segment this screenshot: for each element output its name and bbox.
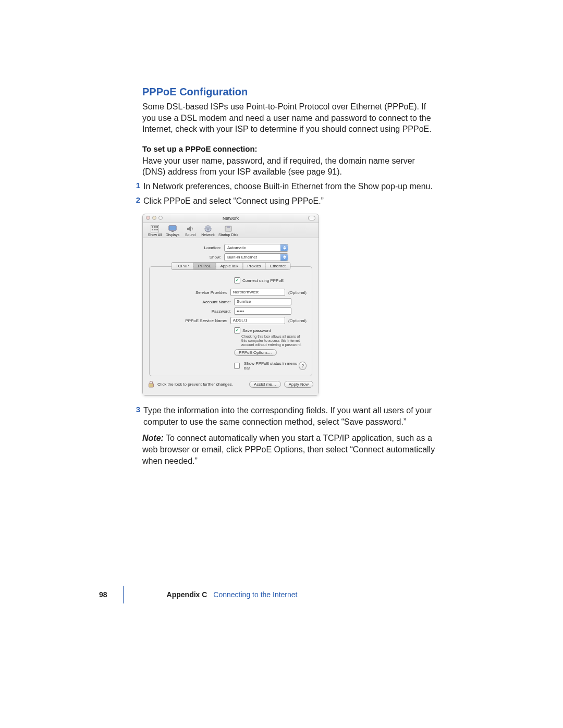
prep-paragraph: Have your user name, password, and if re…	[142, 155, 435, 178]
toolbar-toggle-icon[interactable]	[308, 216, 315, 220]
svg-rect-4	[152, 229, 153, 230]
step-number: 2	[131, 195, 140, 204]
password-label: Password:	[155, 309, 234, 314]
save-password-hint: Checking this box allows all users of th…	[241, 335, 307, 347]
show-value: Built-in Ethernet	[227, 255, 257, 260]
display-icon	[168, 225, 177, 232]
minimize-icon[interactable]	[152, 216, 156, 220]
pppoe-service-label: PPPoE Service Name:	[155, 318, 230, 323]
svg-rect-2	[154, 226, 156, 228]
location-value: Automatic	[227, 245, 246, 250]
network-prefs-screenshot: Network Show All Displays	[142, 214, 319, 396]
svg-marker-9	[187, 226, 191, 231]
step-number: 1	[131, 181, 140, 190]
step-1: 1 In Network preferences, choose Built-i…	[131, 181, 435, 192]
svg-rect-7	[169, 226, 176, 230]
service-provider-field[interactable]: NorthernWest	[230, 289, 285, 296]
lock-icon[interactable]	[148, 380, 154, 388]
step-3: 3 Type the information into the correspo…	[131, 405, 435, 427]
apply-now-button[interactable]: Apply Now	[284, 381, 313, 388]
toolbar-label: Sound	[185, 233, 195, 237]
section-title: PPPoE Configuration	[142, 86, 435, 98]
grid-icon	[150, 225, 160, 232]
network-tabs: TCP/IP PPPoE AppleTalk Proxies Ethernet	[171, 262, 290, 270]
step-text: Click PPPoE and select “Connect using PP…	[143, 195, 435, 207]
account-name-field[interactable]: Sunrise	[234, 298, 291, 305]
pppoe-service-field[interactable]: ADSL/1	[230, 317, 285, 324]
location-popup[interactable]: Automatic	[224, 244, 288, 252]
step-number: 3	[131, 405, 140, 414]
lock-text: Click the lock to prevent further change…	[157, 382, 233, 387]
pppoe-options-button[interactable]: PPPoE Options…	[234, 349, 277, 356]
page-number: 98	[99, 590, 107, 599]
toolbar-sound[interactable]: Sound	[181, 225, 199, 237]
tab-pppoe[interactable]: PPPoE	[193, 262, 216, 270]
svg-rect-5	[154, 229, 156, 230]
save-password-checkbox[interactable]	[234, 327, 240, 334]
toolbar-label: Show All	[148, 233, 162, 237]
prefs-toolbar: Show All Displays Sound	[143, 223, 319, 238]
appendix-title: Connecting to the Internet	[213, 590, 297, 599]
show-label: Show:	[143, 255, 224, 260]
show-status-checkbox[interactable]	[234, 363, 240, 369]
globe-icon	[203, 225, 213, 232]
step-text: In Network preferences, choose Built-in …	[143, 181, 435, 192]
optional-note: (Optional)	[288, 290, 307, 295]
assist-me-button[interactable]: Assist me…	[249, 381, 281, 388]
disk-icon	[224, 225, 233, 232]
svg-rect-13	[149, 384, 154, 387]
show-popup[interactable]: Built-in Ethernet	[224, 253, 288, 261]
save-password-label: Save password	[242, 328, 271, 333]
tab-ethernet[interactable]: Ethernet	[265, 262, 290, 270]
note-label: Note:	[142, 434, 164, 442]
zoom-icon[interactable]	[158, 216, 163, 220]
toolbar-network[interactable]: Network	[199, 225, 217, 237]
toolbar-label: Displays	[166, 233, 179, 237]
service-provider-label: Service Provider:	[155, 290, 230, 295]
speaker-icon	[186, 225, 195, 232]
intro-paragraph: Some DSL-based ISPs use Point-to-Point P…	[142, 101, 435, 135]
tab-tcpip[interactable]: TCP/IP	[171, 262, 193, 270]
svg-rect-1	[152, 226, 153, 228]
account-name-label: Account Name:	[155, 300, 234, 304]
location-label: Location:	[143, 245, 224, 250]
step-2: 2 Click PPPoE and select “Connect using …	[131, 195, 435, 207]
window-title: Network	[223, 216, 239, 221]
step-text: Type the information into the correspond…	[143, 405, 435, 427]
subhead: To set up a PPPoE connection:	[142, 144, 435, 153]
connect-pppoe-checkbox[interactable]	[234, 277, 240, 283]
svg-rect-8	[172, 231, 174, 232]
note-text: To connect automatically when you start …	[142, 434, 435, 465]
toolbar-label: Startup Disk	[218, 233, 238, 237]
connect-pppoe-label: Connect using PPPoE	[242, 278, 284, 283]
chevron-updown-icon	[280, 254, 288, 261]
appendix-label: Appendix C	[167, 590, 207, 599]
toolbar-displays[interactable]: Displays	[164, 225, 181, 237]
note-paragraph: Note: To connect automatically when you …	[142, 433, 435, 466]
show-status-label: Show PPPoE status in menu bar	[244, 361, 299, 371]
svg-rect-6	[156, 229, 158, 230]
toolbar-startup-disk[interactable]: Startup Disk	[217, 225, 240, 237]
password-field[interactable]: •••••	[234, 307, 291, 315]
page-footer: 98 Appendix C Connecting to the Internet	[99, 590, 438, 599]
tab-appletalk[interactable]: AppleTalk	[215, 262, 242, 270]
svg-rect-12	[227, 226, 230, 228]
help-button[interactable]: ?	[299, 362, 307, 370]
toolbar-showall[interactable]: Show All	[146, 225, 164, 237]
toolbar-label: Network	[201, 233, 215, 237]
tab-proxies[interactable]: Proxies	[242, 262, 265, 270]
window-titlebar: Network	[143, 214, 319, 223]
svg-rect-3	[156, 226, 158, 228]
chevron-updown-icon	[280, 244, 288, 251]
optional-note: (Optional)	[288, 318, 307, 323]
close-icon[interactable]	[146, 216, 150, 220]
